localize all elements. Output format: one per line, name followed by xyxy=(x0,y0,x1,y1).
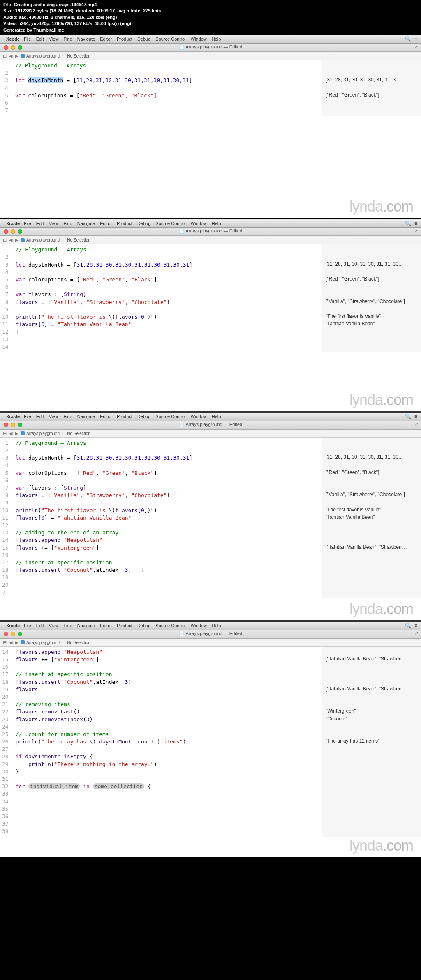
code-content[interactable]: flavors.append("Neapolitan")flavors += [… xyxy=(12,647,322,837)
code-line[interactable] xyxy=(16,336,319,343)
code-line[interactable]: flavors.append("Neapolitan") xyxy=(16,536,319,544)
code-line[interactable] xyxy=(16,745,319,753)
code-line[interactable]: for individual-item in some-collection { xyxy=(16,783,319,790)
back-button[interactable]: ◀ xyxy=(9,237,12,243)
code-line[interactable] xyxy=(16,574,319,581)
code-line[interactable]: println("The array has \( daysInMonth.co… xyxy=(16,738,319,745)
menu-source-control[interactable]: Source Control xyxy=(155,37,185,41)
code-line[interactable] xyxy=(16,723,319,731)
forward-button[interactable]: ▶ xyxy=(15,237,18,243)
app-name[interactable]: Xcode xyxy=(6,37,20,41)
code-line[interactable] xyxy=(16,693,319,701)
code-line[interactable]: // insert at specific position xyxy=(16,559,319,566)
code-line[interactable] xyxy=(16,499,319,506)
code-line[interactable] xyxy=(16,813,319,820)
code-line[interactable]: if daysInMonth.isEmpty { xyxy=(16,753,319,760)
menu-navigate[interactable]: Navigate xyxy=(77,414,95,419)
code-line[interactable]: // Playground – Arrays xyxy=(16,439,319,447)
code-line[interactable] xyxy=(16,283,319,291)
code-line[interactable] xyxy=(16,581,319,589)
back-button[interactable]: ◀ xyxy=(9,640,12,645)
code-line[interactable]: let daysInMonth = [31,28,31,30,31,30,31,… xyxy=(15,77,319,84)
zoom-button[interactable] xyxy=(18,45,22,50)
grid-icon[interactable]: ⊞ xyxy=(3,640,7,645)
code-line[interactable] xyxy=(16,343,319,351)
code-line[interactable]: // .count for number of items xyxy=(16,731,319,738)
expand-icon[interactable]: ⤢ xyxy=(415,44,418,49)
forward-button[interactable]: ▶ xyxy=(15,640,18,645)
code-line[interactable] xyxy=(16,798,319,805)
zoom-button[interactable] xyxy=(18,229,22,234)
code-line[interactable] xyxy=(16,462,319,469)
menu-editor[interactable]: Editor xyxy=(100,37,112,41)
grid-icon[interactable]: ⊞ xyxy=(3,431,7,436)
back-button[interactable]: ◀ xyxy=(9,431,12,436)
expand-icon[interactable]: ⤢ xyxy=(415,228,418,233)
code-line[interactable] xyxy=(16,820,319,828)
menu-window[interactable]: Window xyxy=(191,623,207,628)
code-line[interactable]: var colorOptions = ["Red", "Green", "Bla… xyxy=(15,92,319,99)
menu-navigate[interactable]: Navigate xyxy=(77,221,95,226)
spotlight-icon[interactable]: 🔍 xyxy=(405,36,411,42)
code-line[interactable]: flavors += ["Wintergreen"] xyxy=(16,656,319,663)
code-line[interactable]: flavors.removeAtIndex(3) xyxy=(16,716,319,723)
menu-editor[interactable]: Editor xyxy=(100,414,112,419)
breadcrumb[interactable]: Arrays.playground 〉 No Selection xyxy=(21,53,90,59)
code-line[interactable]: flavors = ["Vanilla", "Strawberry", "Cho… xyxy=(16,492,319,499)
code-content[interactable]: // Playground – Arrays let daysInMonth =… xyxy=(12,60,322,116)
code-line[interactable]: println("The first flavor is \(flavors[0… xyxy=(16,507,319,514)
menu-product[interactable]: Product xyxy=(117,221,132,226)
menu-find[interactable]: Find xyxy=(63,37,72,41)
minimize-button[interactable] xyxy=(11,632,15,636)
menu-source-control[interactable]: Source Control xyxy=(155,623,185,628)
menu-window[interactable]: Window xyxy=(191,414,207,419)
code-line[interactable]: flavors += ["Wintergreen"] xyxy=(16,544,319,552)
menu-edit[interactable]: Edit xyxy=(36,414,44,419)
close-button[interactable] xyxy=(4,632,8,636)
menu-find[interactable]: Find xyxy=(63,414,72,419)
expand-icon[interactable]: ⤢ xyxy=(415,631,418,635)
code-line[interactable]: // removing items xyxy=(16,701,319,708)
app-name[interactable]: Xcode xyxy=(6,623,20,628)
minimize-button[interactable] xyxy=(11,229,15,234)
expand-icon[interactable]: ⤢ xyxy=(415,422,418,426)
code-line[interactable] xyxy=(16,589,319,596)
code-line[interactable] xyxy=(16,828,319,835)
code-line[interactable]: | xyxy=(16,328,319,336)
code-line[interactable] xyxy=(16,477,319,484)
code-line[interactable]: let daysInMonth = [31,28,31,30,31,30,31,… xyxy=(16,454,319,462)
close-button[interactable] xyxy=(4,423,8,427)
code-line[interactable]: flavors[0] = "Tahitian Vanilla Bean" xyxy=(16,514,319,522)
menu-debug[interactable]: Debug xyxy=(137,623,150,628)
code-line[interactable]: // insert at specific position xyxy=(16,671,319,678)
close-button[interactable] xyxy=(4,229,8,234)
breadcrumb[interactable]: Arrays.playground 〉 No Selection xyxy=(21,430,90,436)
menu-edit[interactable]: Edit xyxy=(36,221,44,226)
code-line[interactable]: let daysInMonth = [31,28,31,30,31,30,31,… xyxy=(16,261,319,269)
forward-button[interactable]: ▶ xyxy=(15,53,18,59)
code-line[interactable]: } xyxy=(16,768,319,775)
code-line[interactable] xyxy=(15,107,319,114)
grid-icon[interactable]: ⊞ xyxy=(3,237,7,243)
menu-view[interactable]: View xyxy=(49,623,59,628)
menu-product[interactable]: Product xyxy=(117,37,132,41)
spotlight-icon[interactable]: 🔍 xyxy=(405,623,411,628)
menu-product[interactable]: Product xyxy=(117,414,132,419)
menu-help[interactable]: Help xyxy=(212,37,221,41)
app-name[interactable]: Xcode xyxy=(6,414,20,419)
app-name[interactable]: Xcode xyxy=(6,221,20,226)
code-line[interactable] xyxy=(16,790,319,798)
menu-navigate[interactable]: Navigate xyxy=(77,623,95,628)
forward-button[interactable]: ▶ xyxy=(15,431,18,436)
code-line[interactable]: flavors.insert("Coconut",atIndex: 3) xyxy=(16,679,319,686)
menu-file[interactable]: File xyxy=(24,414,31,419)
minimize-button[interactable] xyxy=(11,423,15,427)
menu-debug[interactable]: Debug xyxy=(137,221,150,226)
code-line[interactable]: flavors.insert("Coconut",atIndex: 3) I xyxy=(16,566,319,574)
breadcrumb[interactable]: Arrays.playground 〉 No Selection xyxy=(21,237,90,243)
code-line[interactable] xyxy=(15,99,319,107)
spotlight-icon[interactable]: 🔍 xyxy=(405,414,411,419)
menu-find[interactable]: Find xyxy=(63,221,72,226)
code-line[interactable]: // Playground – Arrays xyxy=(15,62,319,69)
menu-source-control[interactable]: Source Control xyxy=(155,414,185,419)
